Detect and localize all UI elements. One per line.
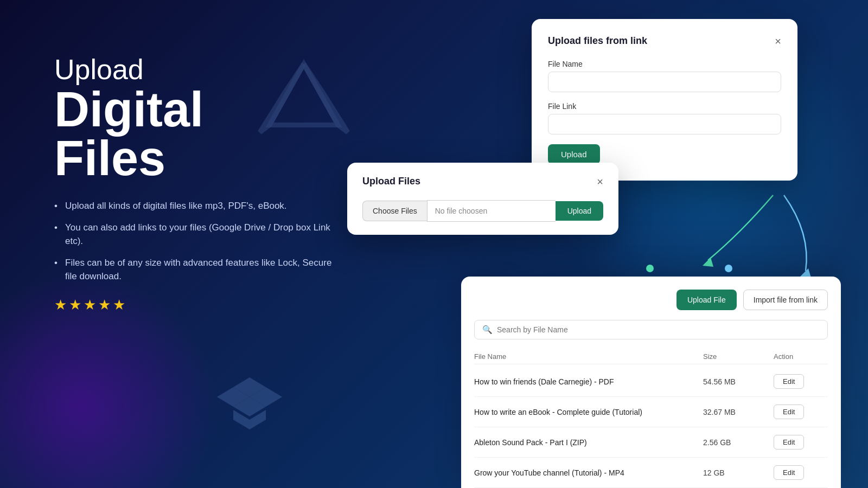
modal-link-upload-button[interactable]: Upload xyxy=(548,144,600,164)
hero-files: Files xyxy=(54,134,336,183)
table-row: Grow your YouTube channel (Tutorial) - M… xyxy=(474,458,828,488)
col-action: Action xyxy=(774,352,828,361)
file-name-input[interactable] xyxy=(548,72,781,92)
modal-files-close-button[interactable]: × xyxy=(597,176,603,187)
features-list: Upload all kinds of digital files like m… xyxy=(54,199,336,284)
file-list-header: Upload File Import file from link xyxy=(474,290,828,310)
table-row: How to write an eBook - Complete guide (… xyxy=(474,397,828,427)
file-size-cell: 32.67 MB xyxy=(703,408,774,416)
import-file-from-link-button[interactable]: Import file from link xyxy=(743,290,828,310)
edit-button[interactable]: Edit xyxy=(774,404,804,419)
edit-button[interactable]: Edit xyxy=(774,435,804,450)
feature-item: Upload all kinds of digital files like m… xyxy=(54,199,336,213)
modal-files-upload-button[interactable]: Upload xyxy=(556,201,603,221)
star-1: ★ xyxy=(54,297,67,313)
file-link-group: File Link xyxy=(548,102,781,134)
modal-link-header: Upload files from link × xyxy=(548,35,781,47)
feature-item: You can also add links to your files (Go… xyxy=(54,221,336,248)
file-action-cell: Edit xyxy=(774,435,828,450)
modal-link-close-button[interactable]: × xyxy=(775,36,781,47)
modal-files-title: Upload Files xyxy=(362,176,420,187)
search-icon: 🔍 xyxy=(482,325,493,335)
hero-digital: Digital xyxy=(54,85,336,134)
file-name-display: No file choosen xyxy=(427,200,556,222)
edit-button[interactable]: Edit xyxy=(774,465,804,480)
file-action-cell: Edit xyxy=(774,404,828,419)
file-name-cell: Grow your YouTube channel (Tutorial) - M… xyxy=(474,468,703,477)
file-rows: How to win friends (Dale Carnegie) - PDF… xyxy=(474,367,828,488)
modal-upload-files: Upload Files × Choose Files No file choo… xyxy=(347,163,618,235)
col-size: Size xyxy=(703,352,774,361)
connector-dot-teal xyxy=(646,265,654,272)
star-rating: ★ ★ ★ ★ ★ xyxy=(54,297,336,313)
search-input[interactable] xyxy=(497,325,820,334)
svg-marker-9 xyxy=(703,258,713,267)
star-3: ★ xyxy=(84,297,96,313)
star-2: ★ xyxy=(69,297,81,313)
left-panel: Upload Digital Files Upload all kinds of… xyxy=(54,54,336,313)
dropbox-icon xyxy=(217,377,282,445)
search-bar: 🔍 xyxy=(474,320,828,339)
star-4: ★ xyxy=(98,297,111,313)
table-header: File Name Size Action xyxy=(474,349,828,364)
file-size-cell: 2.56 GB xyxy=(703,438,774,447)
file-name-label: File Name xyxy=(548,60,781,68)
modal-upload-from-link: Upload files from link × File Name File … xyxy=(532,19,797,181)
modal-link-title: Upload files from link xyxy=(548,35,647,47)
col-file-name: File Name xyxy=(474,352,703,361)
table-row: Ableton Sound Pack - Part I (ZIP) 2.56 G… xyxy=(474,427,828,458)
connector-dot-blue xyxy=(725,265,732,272)
choose-files-button[interactable]: Choose Files xyxy=(362,201,427,221)
file-action-cell: Edit xyxy=(774,465,828,480)
file-link-input[interactable] xyxy=(548,114,781,134)
file-chooser-row: Choose Files No file choosen Upload xyxy=(362,200,603,222)
file-size-cell: 54.56 MB xyxy=(703,377,774,386)
feature-item: Files can be of any size with advanced f… xyxy=(54,256,336,284)
file-name-cell: How to write an eBook - Complete guide (… xyxy=(474,408,703,416)
modal-files-header: Upload Files × xyxy=(362,176,603,187)
file-name-cell: How to win friends (Dale Carnegie) - PDF xyxy=(474,377,703,386)
file-action-cell: Edit xyxy=(774,374,828,389)
file-size-cell: 12 GB xyxy=(703,468,774,477)
file-link-label: File Link xyxy=(548,102,781,111)
edit-button[interactable]: Edit xyxy=(774,374,804,389)
table-row: How to win friends (Dale Carnegie) - PDF… xyxy=(474,367,828,397)
file-name-cell: Ableton Sound Pack - Part I (ZIP) xyxy=(474,438,703,447)
hero-upload: Upload xyxy=(54,54,336,85)
file-name-group: File Name xyxy=(548,60,781,92)
file-list-panel: Upload File Import file from link 🔍 File… xyxy=(461,277,841,488)
upload-file-main-button[interactable]: Upload File xyxy=(676,290,737,310)
star-5: ★ xyxy=(113,297,125,313)
